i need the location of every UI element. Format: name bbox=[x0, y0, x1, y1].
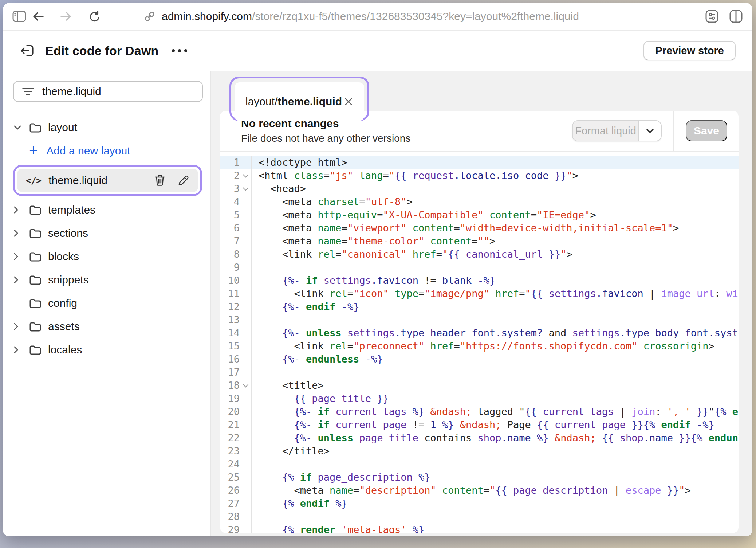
code-line-17[interactable]: 17 bbox=[220, 366, 739, 379]
code-text bbox=[252, 510, 739, 523]
gutter: 29 bbox=[220, 523, 252, 533]
chevron-right-icon[interactable] bbox=[13, 345, 25, 354]
gutter: 4 bbox=[220, 195, 252, 208]
gutter: 12 bbox=[220, 300, 252, 313]
sidebar-item-locales[interactable]: locales bbox=[13, 338, 203, 361]
code-line-13[interactable]: 13 bbox=[220, 313, 739, 326]
code-line-2[interactable]: 2<html class="js" lang="{{ request.local… bbox=[220, 169, 739, 182]
line-number: 21 bbox=[220, 418, 240, 431]
code-line-27[interactable]: 27 {% endif %} bbox=[220, 497, 739, 510]
code-text: {% endif %} bbox=[252, 497, 739, 510]
format-liquid-button: Format liquid bbox=[572, 120, 662, 141]
code-line-28[interactable]: 28 bbox=[220, 510, 739, 523]
code-text: {%- endif -%} bbox=[252, 300, 739, 313]
code-line-6[interactable]: 6 <meta name="viewport" content="width=d… bbox=[220, 222, 739, 235]
exit-icon[interactable] bbox=[20, 44, 34, 58]
fold-arrow-icon[interactable] bbox=[240, 187, 251, 191]
code-line-3[interactable]: 3 <head> bbox=[220, 182, 739, 195]
tab-theme-liquid[interactable]: layout/theme.liquid bbox=[235, 82, 364, 121]
code-line-24[interactable]: 24 bbox=[220, 458, 739, 471]
format-liquid-caret[interactable] bbox=[638, 121, 661, 141]
file-search[interactable] bbox=[13, 81, 203, 102]
gutter: 2 bbox=[220, 169, 252, 182]
chevron-right-icon[interactable] bbox=[13, 229, 25, 238]
code-text: <meta name="viewport" content="width=dev… bbox=[252, 222, 739, 235]
code-line-4[interactable]: 4 <meta charset="utf-8"> bbox=[220, 195, 739, 208]
url-path: /store/rzq1xu-f5/themes/132683530345?key… bbox=[252, 10, 579, 22]
code-text: </title> bbox=[252, 445, 739, 458]
code-text: {%- endunless -%} bbox=[252, 353, 739, 366]
sidebar-item-blocks[interactable]: blocks bbox=[13, 245, 203, 268]
add-layout-label: Add a new layout bbox=[46, 145, 130, 157]
sidebar-item-sections[interactable]: sections bbox=[13, 222, 203, 245]
code-line-16[interactable]: 16 {%- endunless -%} bbox=[220, 353, 739, 366]
chevron-down-icon[interactable] bbox=[13, 125, 25, 130]
file-search-input[interactable] bbox=[42, 85, 181, 98]
sidebar-item-templates[interactable]: templates bbox=[13, 198, 203, 222]
code-line-10[interactable]: 10 {%- if settings.favicon != blank -%} bbox=[220, 274, 739, 287]
gutter: 9 bbox=[220, 261, 252, 274]
delete-file-icon[interactable] bbox=[154, 174, 165, 187]
code-line-7[interactable]: 7 <meta name="theme-color" content=""> bbox=[220, 235, 739, 248]
rename-file-icon[interactable] bbox=[178, 175, 189, 186]
chevron-right-icon[interactable] bbox=[13, 275, 25, 284]
code-line-23[interactable]: 23 </title> bbox=[220, 445, 739, 458]
code-line-1[interactable]: 1<!doctype html> bbox=[220, 156, 739, 169]
code-line-18[interactable]: 18 <title> bbox=[220, 379, 739, 392]
chevron-right-icon[interactable] bbox=[13, 252, 25, 261]
reload-icon[interactable] bbox=[87, 10, 101, 23]
code-line-15[interactable]: 15 <link rel="preconnect" href="https://… bbox=[220, 340, 739, 353]
sidebar-item-theme-liquid[interactable]: </> theme.liquid bbox=[17, 169, 198, 192]
address-bar[interactable]: admin.shopify.com/store/rzq1xu-f5/themes… bbox=[143, 10, 579, 23]
code-text: <meta name="description" content="{{ pag… bbox=[252, 484, 739, 497]
code-line-5[interactable]: 5 <meta http-equiv="X-UA-Compatible" con… bbox=[220, 208, 739, 222]
page-settings-icon[interactable] bbox=[705, 9, 719, 23]
code-line-12[interactable]: 12 {%- endif -%} bbox=[220, 300, 739, 313]
sidebar-item-snippets[interactable]: snippets bbox=[13, 268, 203, 291]
code-line-21[interactable]: 21 {%- if current_page != 1 %} &ndash; P… bbox=[220, 418, 739, 431]
folder-icon bbox=[29, 344, 42, 355]
code-line-25[interactable]: 25 {% if page_description %} bbox=[220, 471, 739, 484]
fold-arrow-icon[interactable] bbox=[240, 384, 251, 388]
more-actions-icon[interactable] bbox=[172, 49, 187, 52]
line-number: 24 bbox=[220, 458, 240, 471]
line-number: 3 bbox=[220, 182, 240, 195]
chevron-right-icon[interactable] bbox=[13, 206, 25, 214]
line-number: 27 bbox=[220, 497, 240, 510]
sidebar-item-label: sections bbox=[48, 227, 88, 239]
folder-icon bbox=[29, 228, 42, 239]
url-text: admin.shopify.com/store/rzq1xu-f5/themes… bbox=[162, 10, 579, 23]
line-number: 5 bbox=[220, 208, 240, 222]
code-editor[interactable]: 1<!doctype html>2<html class="js" lang="… bbox=[220, 152, 739, 533]
gutter: 16 bbox=[220, 353, 252, 366]
sidebar-item-assets[interactable]: assets bbox=[13, 315, 203, 338]
editor-controls: Format liquid Save bbox=[572, 111, 739, 151]
sidebar-toggle-icon[interactable] bbox=[12, 11, 26, 22]
code-text: {% render 'meta-tags' %} bbox=[252, 523, 739, 533]
code-line-20[interactable]: 20 {%- if current_tags %} &ndash; tagged… bbox=[220, 405, 739, 418]
chevron-right-icon[interactable] bbox=[13, 322, 25, 331]
close-tab-icon[interactable] bbox=[344, 97, 353, 106]
sidebar-item-label: assets bbox=[48, 320, 80, 333]
line-number: 22 bbox=[220, 431, 240, 445]
code-line-26[interactable]: 26 <meta name="description" content="{{ … bbox=[220, 484, 739, 497]
code-line-22[interactable]: 22 {%- unless page_title contains shop.n… bbox=[220, 431, 739, 445]
line-number: 18 bbox=[220, 379, 240, 392]
add-layout-link[interactable]: + Add a new layout bbox=[13, 139, 203, 163]
back-icon[interactable] bbox=[32, 11, 44, 22]
code-line-9[interactable]: 9 bbox=[220, 261, 739, 274]
code-line-8[interactable]: 8 <link rel="canonical" href="{{ canonic… bbox=[220, 248, 739, 261]
code-line-29[interactable]: 29 {% render 'meta-tags' %} bbox=[220, 523, 739, 533]
gutter: 17 bbox=[220, 366, 252, 379]
folder-icon bbox=[29, 274, 42, 285]
sidebar-item-config[interactable]: config bbox=[13, 291, 203, 315]
line-number: 2 bbox=[220, 169, 240, 182]
preview-store-button[interactable]: Preview store bbox=[643, 41, 736, 60]
split-view-icon[interactable] bbox=[729, 9, 743, 23]
save-button[interactable]: Save bbox=[686, 120, 727, 141]
code-line-11[interactable]: 11 <link rel="icon" type="image/png" hre… bbox=[220, 287, 739, 300]
code-line-19[interactable]: 19 {{ page_title }} bbox=[220, 392, 739, 405]
sidebar-item-layout[interactable]: layout bbox=[13, 116, 203, 139]
code-line-14[interactable]: 14 {%- unless settings.type_header_font.… bbox=[220, 326, 739, 340]
fold-arrow-icon[interactable] bbox=[240, 174, 251, 178]
